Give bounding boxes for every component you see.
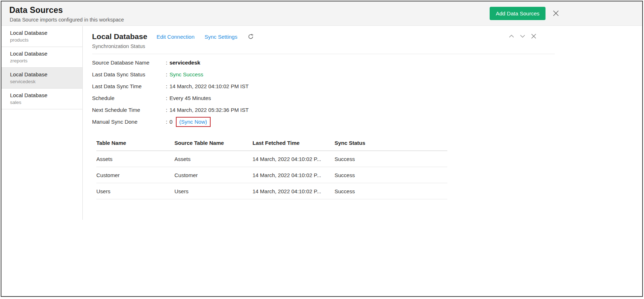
table-row[interactable]: Users Users 14 March, 2022 04:10:02 P...…	[96, 183, 447, 199]
sync-status-value: Sync Success	[169, 71, 203, 77]
detail-title-row: Local Database Edit Connection Sync Sett…	[92, 32, 555, 41]
datasource-name: Local Database	[92, 32, 147, 41]
cell-last-fetched-time: 14 March, 2022 04:10:02 P...	[253, 151, 335, 167]
detail-row-schedule: Schedule : Every 45 Minutes	[92, 92, 555, 104]
detail-label: Last Data Sync Status	[92, 71, 166, 77]
cell-sync-status: Success	[335, 183, 447, 199]
manual-sync-count-value: 0	[169, 119, 172, 125]
section-label: Synchronization Status	[92, 43, 555, 49]
cell-table-name: Customer	[96, 167, 174, 183]
colon: :	[166, 83, 167, 89]
sidebar-item-title: Local Database	[10, 50, 79, 57]
close-panel-icon[interactable]	[530, 33, 537, 39]
add-data-sources-button[interactable]: Add Data Sources	[490, 7, 546, 20]
refresh-icon[interactable]	[247, 33, 254, 40]
cell-last-fetched-time: 14 March, 2022 04:10:02 P...	[253, 167, 335, 183]
sync-now-highlight-box: (Sync Now)	[176, 117, 211, 127]
detail-label: Next Schedule Time	[92, 107, 166, 113]
column-header-last-fetched-time: Last Fetched Time	[253, 137, 335, 151]
last-sync-time-value: 14 March, 2022 04:10:02 PM IST	[169, 83, 249, 89]
sync-settings-link[interactable]: Sync Settings	[205, 34, 237, 40]
colon: :	[166, 95, 167, 101]
colon: :	[166, 71, 167, 77]
detail-label: Schedule	[92, 95, 166, 101]
sidebar-item-subtitle: zreports	[10, 57, 79, 64]
sidebar-item-sales[interactable]: Local Database sales	[1, 89, 82, 109]
detail-value: : 14 March, 2022 04:10:02 PM IST	[166, 83, 249, 89]
table-header-row: Table Name Source Table Name Last Fetche…	[96, 137, 447, 151]
sync-now-link[interactable]: (Sync Now)	[179, 119, 207, 125]
colon: :	[166, 119, 167, 125]
datasource-detail-panel: Local Database Edit Connection Sync Sett…	[92, 32, 555, 199]
page-header: Data Sources Data Source imports configu…	[1, 1, 642, 26]
schedule-value: Every 45 Minutes	[169, 95, 211, 101]
window-frame: Data Sources Data Source imports configu…	[1, 1, 643, 297]
edit-connection-link[interactable]: Edit Connection	[157, 34, 194, 40]
page-title: Data Sources	[9, 5, 63, 15]
detail-value: : Every 45 Minutes	[166, 95, 211, 101]
column-header-table-name: Table Name	[96, 137, 174, 151]
detail-label: Manual Sync Done	[92, 119, 166, 125]
sidebar-item-subtitle: products	[10, 37, 79, 43]
detail-value: : Sync Success	[166, 71, 203, 77]
detail-row-manual-sync-done: Manual Sync Done : 0 (Sync Now)	[92, 116, 555, 128]
sidebar-item-title: Local Database	[10, 29, 79, 37]
detail-row-next-schedule-time: Next Schedule Time : 14 March, 2022 05:3…	[92, 104, 555, 116]
sidebar-item-subtitle: servicedesk	[10, 78, 79, 85]
divider	[92, 54, 555, 54]
cell-last-fetched-time: 14 March, 2022 04:10:02 P...	[253, 183, 335, 199]
next-datasource-icon[interactable]	[519, 33, 526, 39]
next-schedule-time-value: 14 March, 2022 05:32:36 PM IST	[169, 107, 249, 113]
datasource-sidebar: Local Database products Local Database z…	[1, 26, 83, 220]
detail-row-source-database-name: Source Database Name : servicedesk	[92, 57, 555, 68]
detail-label: Source Database Name	[92, 60, 166, 66]
table-row[interactable]: Assets Assets 14 March, 2022 04:10:02 P.…	[96, 151, 447, 167]
cell-table-name: Assets	[96, 151, 174, 167]
cell-sync-status: Success	[335, 151, 447, 167]
sidebar-item-title: Local Database	[10, 91, 79, 99]
detail-row-last-sync-time: Last Data Sync Time : 14 March, 2022 04:…	[92, 80, 555, 92]
detail-row-last-sync-status: Last Data Sync Status : Sync Success	[92, 68, 555, 80]
panel-nav-icons	[508, 33, 537, 39]
sidebar-item-products[interactable]: Local Database products	[1, 26, 82, 47]
cell-source-table-name: Assets	[174, 151, 253, 167]
colon: :	[166, 107, 167, 113]
sidebar-item-title: Local Database	[10, 71, 79, 78]
sidebar-item-zreports[interactable]: Local Database zreports	[1, 47, 82, 68]
cell-source-table-name: Users	[174, 183, 253, 199]
cell-table-name: Users	[96, 183, 174, 199]
detail-value: : 14 March, 2022 05:32:36 PM IST	[166, 107, 249, 113]
colon: :	[166, 60, 167, 66]
tables-sync-table: Table Name Source Table Name Last Fetche…	[96, 137, 447, 199]
source-database-name-value: servicedesk	[169, 60, 200, 66]
detail-label: Last Data Sync Time	[92, 83, 166, 89]
sync-details: Source Database Name : servicedesk Last …	[92, 57, 555, 128]
cell-source-table-name: Customer	[174, 167, 253, 183]
detail-value: : 0 (Sync Now)	[166, 117, 211, 127]
column-header-sync-status: Sync Status	[335, 137, 447, 151]
close-icon[interactable]	[552, 9, 560, 17]
page-subtitle: Data Source imports configured in this w…	[10, 17, 124, 23]
table-row[interactable]: Customer Customer 14 March, 2022 04:10:0…	[96, 167, 447, 183]
previous-datasource-icon[interactable]	[508, 33, 515, 39]
column-header-source-table-name: Source Table Name	[174, 137, 253, 151]
detail-value: : servicedesk	[166, 60, 200, 66]
cell-sync-status: Success	[335, 167, 447, 183]
sidebar-item-servicedesk[interactable]: Local Database servicedesk	[1, 68, 82, 89]
sidebar-item-subtitle: sales	[10, 99, 79, 106]
